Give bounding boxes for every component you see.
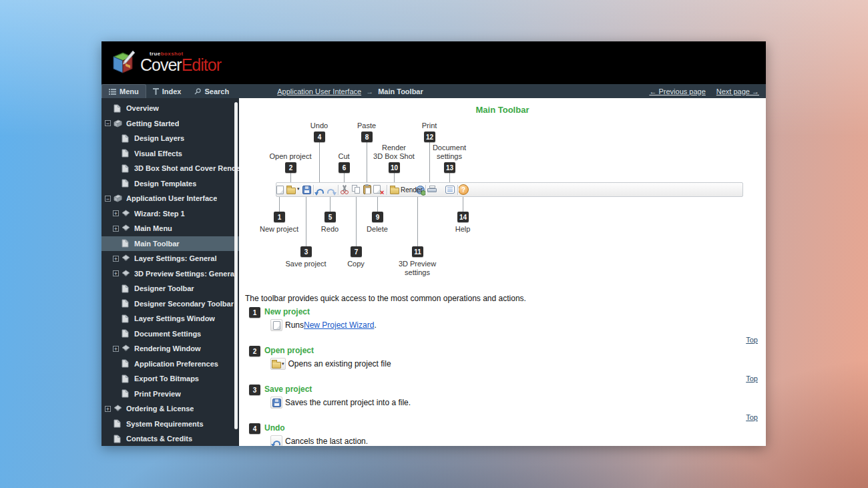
item-number: 4 [249,423,260,434]
callout-line [290,173,291,182]
sidebar-item[interactable]: Overview [101,101,239,116]
next-page-link[interactable]: Next page → [716,87,759,95]
content-area: Main Toolbar ▾×?Render 1New project2Open… [239,98,766,446]
expand-toggle-icon[interactable]: + [105,406,111,412]
item-heading-row: 3Save project [249,385,758,396]
sidebar-item[interactable]: Contacts & Credits [101,431,239,446]
sidebar-item[interactable]: +3D Preview Settings: General [101,266,239,282]
top-link[interactable]: Top [746,375,758,383]
render-folder-icon [389,184,400,195]
sidebar-diamond-icon [122,210,131,218]
sidebar-item[interactable]: Layer Settings Window [101,311,239,326]
item-number: 2 [249,346,260,356]
item-heading-row: 1New project [249,307,758,318]
breadcrumb-parent-link[interactable]: Application User Interface [277,87,361,95]
desktop-background: trueboxshot CoverEditor Menu Index [0,0,868,488]
sidebar-item-label: Wizard: Step 1 [134,210,185,218]
sidebar-item[interactable]: Design Layers [101,131,239,146]
callout-number: 1 [274,212,285,222]
sidebar-page-icon [122,329,131,338]
delete-icon: × [373,184,383,195]
expand-toggle-icon[interactable]: + [113,210,119,216]
tab-index-label: Index [162,87,182,95]
callout-label: Delete [347,225,407,234]
sidebar-page-icon [122,284,131,293]
sidebar-item[interactable]: +Wizard: Step 1 [101,206,239,222]
callout-line [463,197,463,212]
sidebar-item[interactable]: Designer Secondary Toolbar [101,296,239,312]
sidebar-item[interactable]: Main Toolbar [101,236,239,252]
item-description-row: ▾Opens an existing project file [270,358,758,370]
sidebar-item[interactable]: Application Preferences [101,356,239,372]
sidebar-item-label: Visual Effects [134,150,182,158]
item-description-text: Saves the current project into a file. [285,398,411,407]
expand-toggle-icon[interactable]: + [113,256,119,262]
expand-toggle-icon[interactable]: − [105,196,111,202]
callout-number: 2 [285,162,296,173]
sidebar-diamond-icon [122,270,131,278]
breadcrumb-arrow: → [366,87,373,95]
new-project-wizard-link[interactable]: New Project Wizard [304,320,374,330]
top-link[interactable]: Top [746,413,758,421]
sidebar-item[interactable]: Document Settings [101,326,239,342]
sidebar-item[interactable]: +Ordering & License [101,401,239,417]
sidebar-book-icon [114,194,123,202]
callout-number: 6 [339,162,350,173]
callout-number: 13 [444,162,455,173]
toolbar-separator [313,185,314,195]
app-header: trueboxshot CoverEditor [101,41,766,84]
redo-icon [325,184,336,195]
item-description-text: . [374,320,376,330]
item-description-row: Runs New Project Wizard. [270,319,758,331]
expand-toggle-icon[interactable]: + [113,270,119,276]
sidebar-item[interactable]: Print Preview [101,387,239,402]
page-navigation: ← Previous page Next page → [649,87,766,95]
sidebar-item-label: Main Toolbar [134,240,180,248]
item-heading-row: 4Undo [249,423,758,435]
tab-index[interactable]: Index [146,84,188,98]
save-project-icon [270,397,282,409]
expand-toggle-icon[interactable]: + [113,226,119,232]
sidebar-item[interactable]: +Main Menu [101,221,239,236]
sidebar-item[interactable]: Visual Effects [101,146,239,162]
sidebar-book-icon [114,119,123,128]
tab-menu[interactable]: Menu [101,84,146,98]
expand-toggle-icon[interactable]: − [105,120,111,126]
callout-label: Help [433,225,493,234]
item-heading: New project [264,307,310,317]
expand-toggle-icon[interactable]: + [113,346,119,352]
tab-search[interactable]: Search [188,84,236,98]
previous-page-link[interactable]: ← Previous page [649,87,705,95]
toolbar-item-1: 1New projectRuns New Project Wizard.Top [249,307,758,342]
sidebar-page-icon [122,299,131,308]
sidebar-item[interactable]: System Requirements [101,417,239,432]
sidebar-item[interactable]: +Layer Settings: General [101,251,239,266]
sidebar-tree: Overview−Getting StartedDesign LayersVis… [101,98,239,446]
callout-number: 14 [457,212,469,222]
sidebar-page-icon [114,435,123,443]
sidebar-item[interactable]: Export To Bitmaps [101,371,239,387]
sidebar-item[interactable]: +Rendering Window [101,341,239,356]
paste-icon [362,184,373,195]
sidebar-page-icon [114,419,123,428]
toolbar-item-2: 2Open project▾Opens an existing project … [249,346,758,381]
sidebar-diamond-icon [122,254,131,262]
toolbar-separator [387,185,387,195]
sidebar-item[interactable]: −Application User Interface [101,191,239,206]
sidebar-diamond-icon [122,344,131,352]
print-icon [427,184,437,195]
sidebar-item[interactable]: 3D Box Shot and Cover Rendering [101,161,239,176]
sidebar-page-icon [114,104,123,113]
sidebar-item-label: Ordering & License [126,405,194,413]
top-link-row: Top [249,333,758,342]
item-description-row: Cancels the last action. [270,435,758,446]
sidebar-scrollbar[interactable] [234,102,238,429]
intro-paragraph: The toolbar provides quick access to the… [245,294,766,303]
top-link[interactable]: Top [746,336,758,344]
sidebar-diamond-icon [122,224,131,232]
sidebar-item[interactable]: −Getting Started [101,116,239,132]
sidebar-item[interactable]: Designer Toolbar [101,281,239,296]
toolbar-items-list: 1New projectRuns New Project Wizard.Top2… [239,307,766,446]
sidebar-item[interactable]: Design Templates [101,176,239,192]
sidebar-page-icon [122,359,131,368]
